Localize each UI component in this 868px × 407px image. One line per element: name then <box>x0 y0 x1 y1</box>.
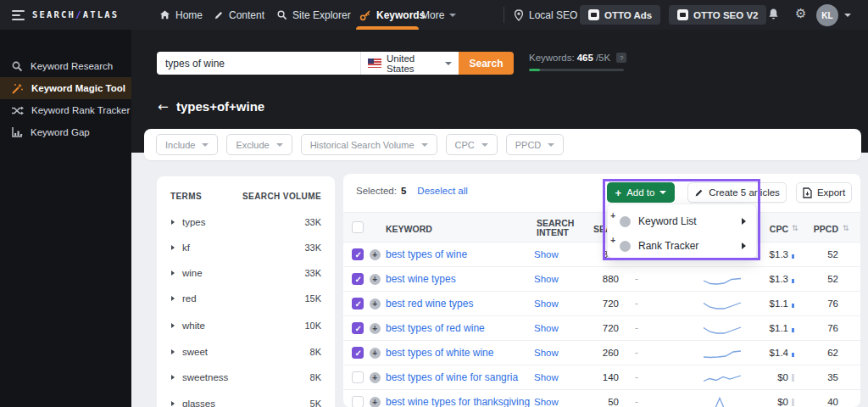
show-intent-link[interactable]: Show <box>534 365 559 390</box>
sidebar-item-keyword-magic-tool[interactable]: Keyword Magic Tool <box>0 77 131 99</box>
terms-column-header: TERMS <box>170 192 202 201</box>
add-keyword-icon[interactable] <box>370 397 381 407</box>
hamburger-menu-icon[interactable] <box>12 10 25 23</box>
otto-ads-button[interactable]: OTTO Ads <box>580 5 660 25</box>
bell-icon[interactable] <box>767 8 780 21</box>
add-keyword-icon[interactable] <box>370 323 381 334</box>
keyword-link[interactable]: best red wine types <box>386 292 473 316</box>
term-row[interactable]: red15K <box>157 290 335 307</box>
expand-triangle-icon[interactable] <box>171 296 175 301</box>
row-checkbox[interactable] <box>352 298 364 309</box>
keyword-link[interactable]: best types of wine for sangria <box>386 365 518 390</box>
help-icon[interactable]: ? <box>616 53 626 63</box>
menu-item-keyword-list[interactable]: Keyword List <box>608 210 758 232</box>
nav-home[interactable]: Home <box>159 0 203 30</box>
row-checkbox[interactable] <box>352 347 364 359</box>
filter-bar: Include Exclude Historical Search Volume… <box>144 129 861 160</box>
create-articles-button[interactable]: Create 5 articles <box>687 182 787 203</box>
page-title: types+of+wine <box>176 99 264 114</box>
keyword-link[interactable]: best wine types for thanksgiving <box>386 390 530 407</box>
row-checkbox[interactable] <box>352 322 364 334</box>
nav-local-seo[interactable]: Local SEO <box>514 0 577 30</box>
term-row[interactable]: wine33K <box>157 265 335 282</box>
nav-content[interactable]: Content <box>214 0 264 30</box>
cpc-bar-icon <box>792 399 794 406</box>
kd-cell: - <box>632 390 642 407</box>
keyword-link[interactable]: best wine types <box>386 267 456 292</box>
back-arrow-icon[interactable]: ← <box>158 99 169 114</box>
expand-triangle-icon[interactable] <box>171 270 175 276</box>
expand-triangle-icon[interactable] <box>171 220 175 225</box>
keyword-link[interactable]: best types of red wine <box>386 316 485 341</box>
row-checkbox[interactable] <box>352 396 364 407</box>
volume-cell: 720 <box>572 292 619 316</box>
term-row[interactable]: glasses5K <box>157 395 335 407</box>
kd-cell: - <box>632 267 642 289</box>
keyword-link[interactable]: best types of white wine <box>386 341 493 365</box>
magnifier-icon <box>11 60 23 72</box>
export-button[interactable]: Export <box>796 182 852 203</box>
term-row[interactable]: kf33K <box>157 239 335 256</box>
chevron-down-icon[interactable] <box>844 14 851 17</box>
select-all-checkbox[interactable] <box>352 221 364 233</box>
show-intent-link[interactable]: Show <box>534 316 559 341</box>
deselect-all-link[interactable]: Deselect all <box>417 186 467 196</box>
term-row[interactable]: sweet8K <box>157 343 335 360</box>
nav-site-explorer[interactable]: Site Explorer <box>276 0 351 30</box>
sort-icon[interactable]: ⇅ <box>843 224 849 232</box>
expand-triangle-icon[interactable] <box>171 323 175 328</box>
term-row[interactable]: types33K <box>157 214 335 231</box>
sidebar-item-keyword-research[interactable]: Keyword Research <box>0 55 131 77</box>
volume-cell: 720 <box>572 316 619 341</box>
quota-progress-fill <box>529 69 540 71</box>
show-intent-link[interactable]: Show <box>534 292 559 316</box>
sort-icon[interactable]: ⇅ <box>792 224 798 232</box>
sidebar-item-keyword-rank-tracker[interactable]: Keyword Rank Tracker <box>0 99 131 121</box>
add-keyword-icon[interactable] <box>370 274 381 285</box>
chevron-down-icon <box>659 191 666 194</box>
keyword-link[interactable]: best types of wine <box>386 243 467 267</box>
row-checkbox[interactable] <box>352 248 364 260</box>
show-intent-link[interactable]: Show <box>534 341 559 365</box>
nav-more[interactable]: More <box>421 0 456 30</box>
add-keyword-icon[interactable] <box>370 348 381 359</box>
otto-seo-v2-button[interactable]: OTTO SEO V2 <box>669 5 766 25</box>
nav-keywords[interactable]: Keywords <box>359 0 425 30</box>
expand-triangle-icon[interactable] <box>171 245 175 250</box>
add-to-button[interactable]: + Add to <box>607 182 675 203</box>
expand-triangle-icon[interactable] <box>171 375 175 380</box>
row-checkbox[interactable] <box>352 273 364 285</box>
export-file-icon <box>803 187 812 198</box>
table-row: best types of white wine Show 260 - $1.4… <box>343 341 860 365</box>
filter-ppcd[interactable]: PPCD <box>506 134 565 155</box>
show-intent-link[interactable]: Show <box>534 243 559 267</box>
kd-cell: - <box>632 292 642 314</box>
filter-historical-search-volume[interactable]: Historical Search Volume <box>301 134 437 155</box>
location-pin-icon <box>514 9 524 21</box>
add-keyword-icon[interactable] <box>370 372 381 383</box>
filter-cpc[interactable]: CPC <box>446 134 498 155</box>
row-checkbox[interactable] <box>352 371 364 383</box>
gear-icon[interactable]: ⚙ <box>795 6 806 21</box>
add-keyword-icon[interactable] <box>370 249 381 260</box>
sidebar-item-keyword-gap[interactable]: Keyword Gap <box>0 121 131 143</box>
show-intent-link[interactable]: Show <box>534 267 559 292</box>
home-icon <box>159 9 170 20</box>
term-row[interactable]: sweetness8K <box>157 369 335 386</box>
filter-include[interactable]: Include <box>156 134 218 155</box>
search-input[interactable] <box>157 52 360 75</box>
search-button[interactable]: Search <box>459 52 514 75</box>
menu-item-rank-tracker[interactable]: Rank Tracker <box>608 235 758 257</box>
show-intent-link[interactable]: Show <box>534 390 559 407</box>
expand-triangle-icon[interactable] <box>171 349 175 354</box>
ppcd-cell: 76 <box>810 316 838 341</box>
country-select[interactable]: United States <box>360 52 459 75</box>
term-row[interactable]: white10K <box>157 317 335 334</box>
avatar[interactable]: KL <box>816 4 838 26</box>
add-keyword-icon[interactable] <box>370 298 381 309</box>
quota-total: /5K <box>596 53 610 63</box>
expand-triangle-icon[interactable] <box>171 401 175 406</box>
table-row: best red wine types Show 720 - $1.1 76 <box>343 292 860 316</box>
quota-progress-bar <box>529 69 624 71</box>
filter-exclude[interactable]: Exclude <box>226 134 292 155</box>
